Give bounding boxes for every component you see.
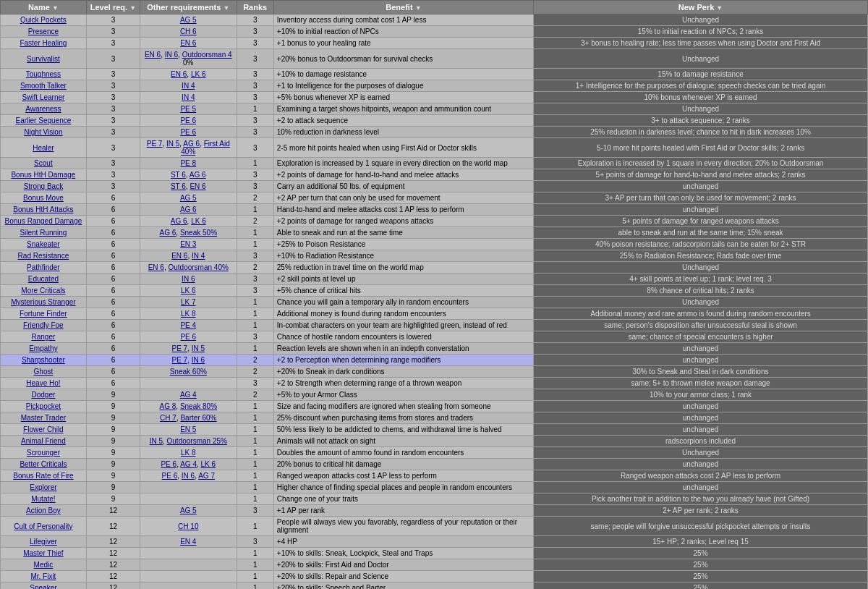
perk-name-link[interactable]: Heave Ho! bbox=[26, 379, 60, 387]
req-link[interactable]: IN 4 bbox=[182, 82, 195, 90]
req-link[interactable]: PE 7 bbox=[147, 140, 163, 148]
perk-name-link[interactable]: Survivalist bbox=[27, 55, 60, 63]
req-link[interactable]: AG 5 bbox=[180, 16, 197, 24]
sort-arrow-benefit[interactable]: ▼ bbox=[415, 4, 422, 12]
req-link[interactable]: ST 6 bbox=[171, 171, 186, 179]
req-link[interactable]: LK 6 bbox=[201, 460, 216, 468]
req-link[interactable]: IN 4 bbox=[182, 93, 195, 101]
req-link[interactable]: CH 6 bbox=[180, 27, 197, 35]
req-link[interactable]: IN 6 bbox=[182, 472, 195, 480]
perk-name-link[interactable]: Bonus Ranged Damage bbox=[5, 217, 82, 225]
perk-name-link[interactable]: Educated bbox=[28, 275, 59, 283]
perk-name-link[interactable]: Swift Learner bbox=[22, 93, 64, 101]
req-link[interactable]: PE 7 bbox=[171, 356, 187, 364]
sort-arrow-level[interactable]: ▼ bbox=[129, 4, 136, 12]
req-link[interactable]: Barter 60% bbox=[180, 414, 216, 422]
perk-name-link[interactable]: More Criticals bbox=[21, 287, 65, 294]
perk-name-link[interactable]: Silent Running bbox=[20, 229, 67, 237]
req-link[interactable]: Outdoorsman 40% bbox=[168, 263, 228, 271]
perk-name-link[interactable]: Sharpshooter bbox=[22, 356, 65, 364]
req-link[interactable]: AG 6 bbox=[171, 217, 187, 225]
sort-arrow-name[interactable]: ▼ bbox=[52, 4, 59, 12]
perk-name-link[interactable]: Dodger bbox=[32, 391, 56, 399]
perk-name-link[interactable]: Mr. Fixit bbox=[30, 572, 56, 580]
perk-name-link[interactable]: Mysterious Stranger bbox=[11, 298, 75, 306]
header-name[interactable]: Name ▼ bbox=[1, 1, 87, 14]
perk-name-link[interactable]: Smooth Talker bbox=[20, 82, 67, 90]
req-link[interactable]: AG 8 bbox=[160, 402, 176, 410]
perk-name-link[interactable]: Toughness bbox=[26, 70, 61, 78]
perk-name-link[interactable]: Mutate! bbox=[31, 495, 55, 503]
sort-arrow-other[interactable]: ▼ bbox=[223, 4, 229, 12]
req-link[interactable]: LK 6 bbox=[191, 217, 206, 225]
req-link[interactable]: PE 6 bbox=[161, 460, 176, 468]
req-link[interactable]: AG 5 bbox=[180, 194, 197, 202]
perk-name-link[interactable]: Scout bbox=[34, 159, 53, 167]
req-link[interactable]: AG 6 bbox=[183, 140, 200, 148]
req-link[interactable]: LK 6 bbox=[191, 70, 206, 78]
perk-name-link[interactable]: Healer bbox=[33, 144, 54, 152]
perk-name-link[interactable]: Earlier Sequence bbox=[16, 116, 72, 124]
perk-name-link[interactable]: Flower Child bbox=[23, 425, 64, 433]
req-link[interactable]: AG 7 bbox=[198, 472, 215, 480]
req-link[interactable]: AG 5 bbox=[180, 507, 197, 514]
perk-name-link[interactable]: Ranger bbox=[32, 333, 56, 341]
header-benefit[interactable]: Benefit ▼ bbox=[273, 1, 533, 14]
req-link[interactable]: PE 5 bbox=[180, 105, 196, 113]
req-link[interactable]: IN 4 bbox=[192, 252, 205, 260]
req-link[interactable]: PE 6 bbox=[180, 116, 196, 124]
req-link[interactable]: PE 7 bbox=[171, 344, 187, 352]
req-link[interactable]: EN 6 bbox=[145, 51, 161, 59]
perk-name-link[interactable]: Animal Friend bbox=[21, 437, 66, 445]
req-link[interactable]: Outdoorsman 25% bbox=[167, 437, 227, 445]
req-link[interactable]: PE 6 bbox=[180, 128, 196, 136]
perk-name-link[interactable]: Scrounger bbox=[27, 449, 60, 457]
req-link[interactable]: IN 6 bbox=[165, 51, 178, 59]
req-link[interactable]: Sneak 50% bbox=[180, 229, 217, 237]
req-link[interactable]: AG 4 bbox=[180, 460, 197, 468]
req-link[interactable]: PE 6 bbox=[162, 472, 178, 480]
req-link[interactable]: EN 6 bbox=[180, 39, 196, 47]
req-link[interactable]: LK 8 bbox=[181, 310, 196, 318]
req-link[interactable]: AG 6 bbox=[160, 229, 176, 237]
perk-name-link[interactable]: Faster Healing bbox=[20, 39, 67, 47]
req-link[interactable]: Sneak 80% bbox=[180, 402, 217, 410]
perk-name-link[interactable]: Speaker bbox=[30, 584, 56, 589]
req-link[interactable]: IN 5 bbox=[150, 437, 163, 445]
header-ranks[interactable]: Ranks bbox=[237, 1, 273, 14]
perk-name-link[interactable]: Rad Resistance bbox=[18, 252, 69, 260]
perk-name-link[interactable]: Action Boy bbox=[26, 507, 61, 514]
perk-name-link[interactable]: Awareness bbox=[25, 105, 61, 113]
req-link[interactable]: EN 4 bbox=[180, 538, 196, 546]
req-link[interactable]: IN 5 bbox=[166, 140, 179, 148]
req-link[interactable]: AG 6 bbox=[190, 171, 206, 179]
req-link[interactable]: Sneak 60% bbox=[170, 368, 207, 376]
req-link[interactable]: PE 8 bbox=[180, 159, 196, 167]
req-link[interactable]: PE 4 bbox=[180, 321, 196, 329]
perk-name-link[interactable]: Snakeater bbox=[27, 240, 60, 248]
sort-arrow-newperk[interactable]: ▼ bbox=[716, 4, 723, 12]
req-link[interactable]: CH 10 bbox=[178, 522, 198, 530]
perk-name-link[interactable]: Bonus Move bbox=[23, 194, 64, 202]
req-link[interactable]: ST 6 bbox=[171, 182, 186, 190]
header-level[interactable]: Level req. ▼ bbox=[86, 1, 140, 14]
req-link[interactable]: PE 6 bbox=[180, 333, 196, 341]
perk-name-link[interactable]: Empathy bbox=[29, 344, 57, 352]
perk-name-link[interactable]: Better Criticals bbox=[20, 460, 67, 468]
req-link[interactable]: EN 6 bbox=[148, 263, 164, 271]
perk-name-link[interactable]: Quick Pockets bbox=[20, 16, 67, 24]
req-link[interactable]: EN 6 bbox=[171, 252, 187, 260]
perk-name-link[interactable]: Presence bbox=[28, 27, 59, 35]
header-newperk[interactable]: New Perk ▼ bbox=[534, 1, 868, 14]
req-link[interactable]: EN 6 bbox=[190, 182, 205, 190]
perk-name-link[interactable]: Pathfinder bbox=[27, 263, 60, 271]
perk-name-link[interactable]: Medic bbox=[34, 561, 54, 569]
req-link[interactable]: EN 3 bbox=[180, 240, 196, 248]
perk-name-link[interactable]: Strong Back bbox=[24, 182, 63, 190]
perk-name-link[interactable]: Master Thief bbox=[23, 549, 63, 557]
perk-name-link[interactable]: Cult of Personality bbox=[14, 522, 72, 530]
req-link[interactable]: LK 8 bbox=[181, 449, 196, 457]
perk-name-link[interactable]: Master Trader bbox=[21, 414, 66, 422]
req-link[interactable]: AG 6 bbox=[180, 205, 197, 213]
req-link[interactable]: LK 6 bbox=[181, 287, 196, 294]
